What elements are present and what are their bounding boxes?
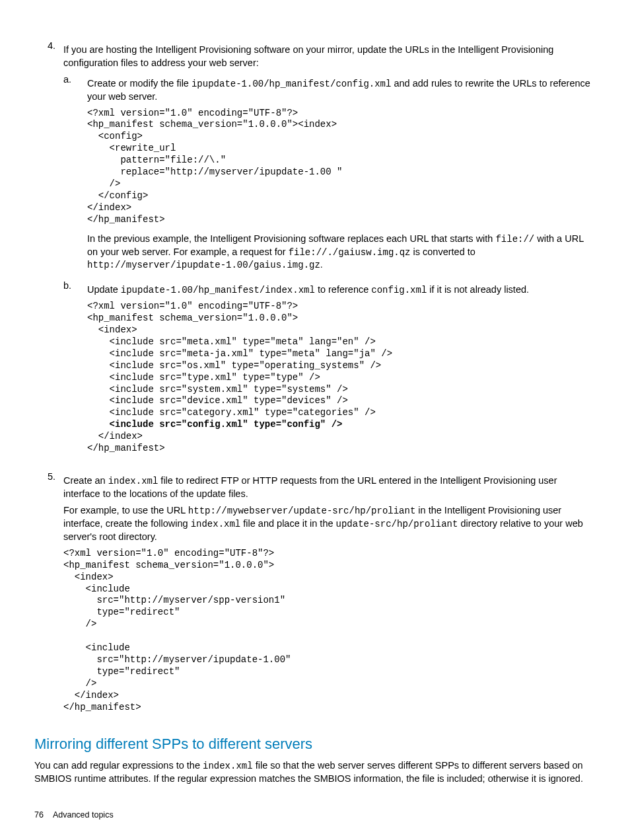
step-5: 5. Create an index.xml file to redirect …	[34, 471, 596, 720]
code-inline: update-src/hp/proliant	[336, 519, 458, 529]
step-4-intro: If you are hosting the Intelligent Provi…	[63, 44, 596, 69]
section-heading: Mirroring different SPPs to different se…	[34, 734, 596, 754]
code-bold-line: <include src="config.xml" type="config" …	[87, 419, 342, 430]
text: You can add regular expressions to the	[34, 760, 203, 771]
code-post: </index> </hp_manifest>	[87, 431, 165, 453]
text: if it is not already listed.	[427, 284, 529, 295]
code-inline: http://mywebserver/update-src/hp/prolian…	[188, 506, 415, 516]
step-number: 5.	[34, 471, 63, 720]
step-4a: a. Create or modify the file ipupdate-1.…	[63, 73, 596, 276]
text: In the previous example, the Intelligent…	[87, 233, 495, 244]
section-paragraph: You can add regular expressions to the i…	[34, 759, 596, 785]
code-inline: index.xml	[108, 476, 158, 486]
text: .	[320, 259, 323, 270]
text: Create or modify the file	[87, 78, 192, 89]
step-4: 4. If you are hosting the Intelligent Pr…	[34, 40, 596, 465]
substep-letter: b.	[63, 280, 87, 461]
text: file and place it in the	[240, 518, 335, 529]
step-4b: b. Update ipupdate-1.00/hp_manifest/inde…	[63, 280, 596, 461]
text: Create an	[63, 475, 108, 486]
step-5-p2: For example, to use the URL http://myweb…	[63, 504, 596, 543]
code-inline: file://./gaiusw.img.qz	[289, 247, 411, 258]
step-number: 4.	[34, 40, 63, 465]
step-4a-explanation: In the previous example, the Intelligent…	[87, 233, 596, 272]
step-4a-text: Create or modify the file ipupdate-1.00/…	[87, 77, 596, 103]
text: to reference	[315, 284, 371, 295]
code-inline: file://	[495, 234, 534, 245]
code-block-index-xml: <?xml version="1.0" encoding="UTF-8"?> <…	[87, 301, 596, 455]
code-inline: index.xml	[191, 519, 241, 529]
code-block-config-xml: <?xml version="1.0" encoding="UTF-8"?> <…	[87, 108, 596, 226]
substep-letter: a.	[63, 73, 87, 276]
page-number: 76	[34, 810, 44, 821]
page-footer: 76Advanced topics	[34, 810, 596, 821]
text: is converted to	[411, 247, 475, 257]
code-inline: http://myserver/ipupdate-1.00/gaius.img.…	[87, 260, 320, 270]
text: Update	[87, 284, 121, 295]
ordered-steps: 4. If you are hosting the Intelligent Pr…	[34, 40, 596, 720]
code-inline: ipupdate-1.00/hp_manifest/index.xml	[121, 285, 315, 295]
step-4b-text: Update ipupdate-1.00/hp_manifest/index.x…	[87, 284, 596, 297]
code-inline: index.xml	[203, 761, 253, 771]
text: For example, to use the URL	[63, 505, 188, 515]
code-inline: config.xml	[371, 285, 427, 295]
footer-title: Advanced topics	[53, 810, 114, 820]
code-pre: <?xml version="1.0" encoding="UTF-8"?> <…	[87, 301, 392, 418]
step-5-p1: Create an index.xml file to redirect FTP…	[63, 475, 596, 500]
code-block-redirect-xml: <?xml version="1.0" encoding="UTF-8"?> <…	[63, 548, 596, 714]
code-inline: ipupdate-1.00/hp_manifest/config.xml	[192, 79, 391, 89]
